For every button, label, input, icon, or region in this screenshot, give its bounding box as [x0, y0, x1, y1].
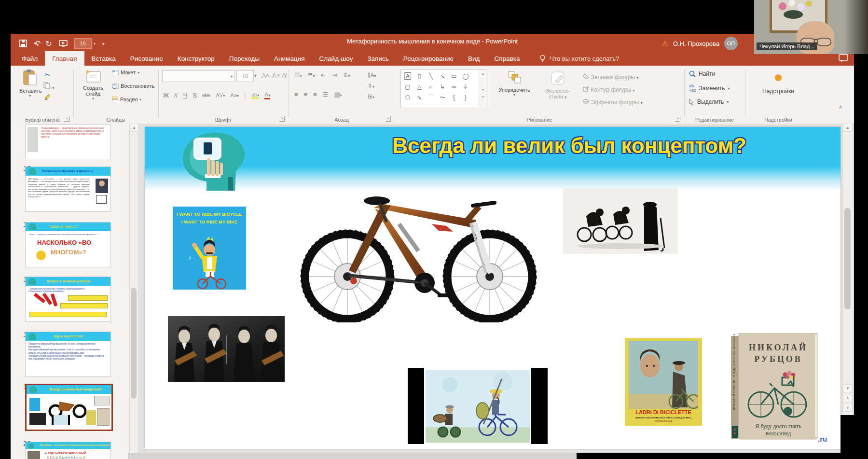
font-size-combo[interactable]: 16 [236, 70, 254, 82]
thumbnail-scrollbar[interactable]: ▲ [129, 124, 138, 459]
increase-indent-button[interactable]: ⇥ [332, 71, 337, 79]
qat-size-dropdown-icon[interactable]: ▾ [94, 42, 96, 46]
thumbnail-scroll-up[interactable]: ▲ [130, 124, 138, 132]
align-center-button[interactable]: ≡ [304, 91, 308, 98]
tab-draw[interactable]: Рисование [123, 51, 170, 66]
font-color-button[interactable]: А▾ [264, 91, 270, 99]
change-case-button[interactable]: Аа▾ [230, 92, 239, 98]
paragraph-dialog-launcher[interactable]: ↘ [386, 116, 391, 122]
shape-elbow-icon[interactable]: ⌐ [425, 82, 437, 92]
shape-rect-icon[interactable]: ▭ [448, 71, 460, 82]
new-slide-button[interactable]: Создать слайд▾ [78, 70, 108, 101]
clear-formatting-icon[interactable]: А̸ [282, 72, 286, 79]
gallery-more[interactable]: ⩔ [479, 93, 487, 100]
gallery-scroll-up[interactable]: ▴ [479, 70, 487, 77]
thumbnail-slide-16[interactable]: Catch on them !? Итак, «...процессы чело… [25, 222, 111, 267]
tab-insert[interactable]: Вставка [84, 51, 123, 66]
tab-file[interactable]: Файл [14, 51, 45, 66]
line-spacing-button[interactable]: ⇕▾ [343, 71, 350, 79]
paste-button[interactable]: Вставить▾ [19, 70, 41, 98]
slide-scrollbar[interactable]: ▲ ▼ ∧ ∨ [842, 124, 853, 415]
shape-arrow-icon[interactable]: ↘ [437, 71, 448, 82]
italic-button[interactable]: К [174, 92, 178, 99]
thumbnail-slide-17[interactable]: Вопрос в заглавии доклада ...концептуаль… [25, 277, 111, 322]
shape-line-icon[interactable]: ╲ [425, 71, 437, 82]
align-right-button[interactable]: ≡ [313, 91, 317, 98]
slide-scroll-down[interactable]: ▼ [843, 384, 853, 392]
shape-scribble-icon[interactable]: ∿ [413, 92, 425, 103]
thumbnail-slide-19-selected[interactable]: Всегда ли велик был концептом? [25, 384, 113, 431]
shape-vtextbox-icon[interactable]: ▯ [413, 71, 425, 82]
slide-canvas[interactable]: Всегда ли велик был концептом? I WANT TO… [145, 127, 840, 449]
shape-outline-button[interactable]: Контур фигуры ▾ [583, 84, 643, 97]
character-spacing-button[interactable]: АV▾ [216, 92, 225, 98]
increase-font-icon[interactable]: А˄ [262, 72, 269, 79]
thumbnail-slide-20[interactable]: Метафора — это процесс создания или изме… [25, 442, 111, 459]
cut-icon[interactable]: ✂ [44, 70, 50, 79]
highlight-color-button[interactable]: аb▾ [251, 92, 259, 99]
thumbnail-scroll-thumb[interactable] [131, 288, 137, 399]
qat-customize-icon[interactable]: ▾ [102, 41, 105, 46]
save-icon[interactable] [19, 40, 27, 47]
tab-record[interactable]: Запись [360, 51, 396, 66]
thumbnail-slide-18[interactable]: Виды мышления Предметно-образный вид мыш… [25, 332, 111, 377]
collapse-ribbon-icon[interactable]: ∧ [839, 104, 842, 110]
tab-help[interactable]: Справка [487, 51, 527, 66]
thumbnail-slide-14[interactable]: Персонификация — представление природных… [25, 125, 111, 159]
tab-review[interactable]: Рецензирование [396, 51, 461, 66]
slide-scroll-up[interactable]: ▲ [843, 124, 853, 132]
numbering-button[interactable]: ≣▾ [308, 71, 315, 79]
align-left-button[interactable]: ≡ [294, 91, 298, 98]
reset-button[interactable]: Восстановить [112, 83, 154, 89]
shape-effects-button[interactable]: Эффекты фигуры ▾ [583, 97, 643, 109]
comments-icon[interactable] [839, 54, 848, 63]
arrange-button[interactable]: Упорядочить▾ [493, 70, 536, 97]
columns-button[interactable]: ▥▾ [334, 91, 342, 98]
qat-font-size-box[interactable]: 16 [74, 38, 92, 49]
addins-button[interactable]: Надстройки [757, 71, 800, 95]
bullets-button[interactable]: ☰▾ [294, 71, 302, 79]
shape-arc-icon[interactable]: ⌒ [425, 92, 437, 103]
slide-scroll-thumb[interactable] [844, 208, 851, 309]
format-painter-icon[interactable] [44, 94, 51, 102]
shape-down-arrow-icon[interactable]: ⇩ [460, 82, 471, 92]
smartart-convert-button[interactable]: ⊞▾ [368, 92, 376, 102]
shape-fill-button[interactable]: Заливка фигуры ▾ [583, 71, 643, 84]
shape-roundrect-icon[interactable]: ▢ [402, 82, 413, 92]
strikethrough-button[interactable]: abc [202, 92, 211, 98]
shape-brace-right-icon[interactable]: } [460, 92, 471, 103]
font-name-combo[interactable]: ▾ [162, 70, 234, 82]
tab-slideshow[interactable]: Слайд-шоу [312, 51, 360, 66]
shape-elbow-arrow-icon[interactable]: ↳ [437, 82, 448, 92]
tab-home[interactable]: Главная [45, 51, 84, 66]
select-button[interactable]: Выделить▾ [689, 98, 729, 105]
font-size-dropdown-icon[interactable]: ▾ [254, 74, 256, 78]
underline-button[interactable]: Ч [183, 92, 187, 99]
shape-oval-icon[interactable]: ◯ [460, 71, 471, 82]
account-avatar[interactable]: ОП [724, 37, 738, 50]
thumbnail-slide-15[interactable]: Метафора по Лакоффу и Джонсону «Метафора… [25, 167, 111, 212]
bold-button[interactable]: Ж [163, 92, 169, 99]
copy-icon[interactable]: ▾ [43, 82, 54, 91]
next-slide-button[interactable]: ∨ [843, 403, 853, 412]
tab-transitions[interactable]: Переходы [222, 51, 267, 66]
shape-triangle-icon[interactable]: △ [413, 82, 425, 92]
previous-slide-button[interactable]: ∧ [843, 394, 853, 402]
shape-brace-left-icon[interactable]: { [448, 92, 460, 103]
text-direction-button[interactable]: ⫼А▾ [368, 70, 376, 81]
webcam-overlay[interactable]: Чекулай Игорь Влад... [754, 0, 868, 54]
quick-styles-button[interactable]: Экспресс-стили ▾ [539, 70, 576, 99]
tab-animations[interactable]: Анимация [267, 51, 312, 66]
shape-freeform-icon[interactable]: ⬠ [402, 92, 413, 103]
undo-icon[interactable]: ↶▾ [34, 39, 39, 49]
text-shadow-button[interactable]: S [193, 92, 197, 99]
align-text-button[interactable]: ⇳▾ [368, 81, 376, 92]
tab-view[interactable]: Вид [461, 51, 487, 66]
clipboard-dialog-launcher[interactable]: ↘ [64, 116, 69, 122]
shapes-gallery[interactable]: 🄰 ▯ ╲ ↘ ▭ ◯ ▢ △ ⌐ ↳ ⇨ ⇩ ⬠ ∿ ⌒ 〜 { } ▴ [400, 70, 487, 108]
justify-button[interactable]: ☰ [323, 91, 329, 98]
section-button[interactable]: Раздел▾ [112, 97, 141, 102]
decrease-indent-button[interactable]: ⇤ [321, 71, 326, 79]
account-name[interactable]: О.Н. Прохорова [673, 40, 719, 47]
redo-icon[interactable]: ↻ [45, 39, 52, 48]
